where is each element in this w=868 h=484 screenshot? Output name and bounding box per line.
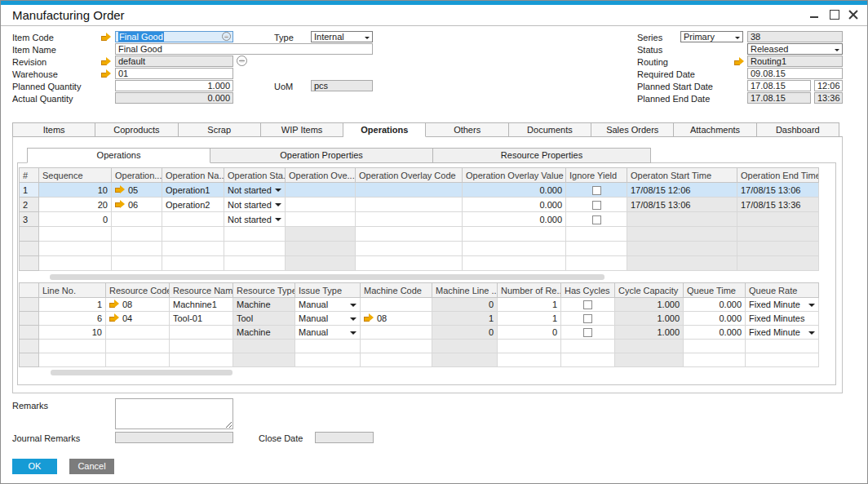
grid-cell[interactable]	[463, 256, 566, 271]
grid-cell[interactable]	[432, 340, 498, 353]
grid-cell[interactable]: Not started	[224, 212, 286, 227]
grid-cell[interactable]	[746, 340, 819, 353]
grid-cell[interactable]: 20	[39, 198, 112, 212]
grid-cell[interactable]	[737, 212, 819, 227]
grid-cell[interactable]: 17/08/15 13:06	[627, 198, 737, 212]
grid-cell[interactable]: Manual	[295, 326, 361, 340]
ok-button[interactable]: OK	[12, 459, 57, 474]
chevron-down-icon[interactable]	[275, 203, 281, 206]
routing-link-arrow-icon[interactable]	[734, 57, 745, 66]
grid-cell[interactable]	[561, 326, 615, 340]
grid-cell[interactable]: 1.000	[615, 298, 684, 312]
warehouse-input[interactable]: 01	[115, 68, 233, 79]
grid-cell[interactable]	[566, 212, 627, 227]
grid-cell[interactable]: Manual	[295, 298, 361, 312]
grid-cell[interactable]: 17/08/15 12:06	[627, 183, 737, 198]
subtab-operations[interactable]: Operations	[27, 148, 210, 163]
tab-sales-orders[interactable]: Sales Orders	[591, 122, 674, 137]
planned-quantity-input[interactable]: 1.000	[115, 80, 233, 91]
remarks-textarea[interactable]	[115, 398, 233, 429]
grid-cell[interactable]	[39, 353, 106, 367]
grid-cell[interactable]	[463, 227, 566, 242]
status-select[interactable]: Released	[747, 43, 843, 55]
grid-cell[interactable]	[498, 353, 561, 367]
item-code-link-arrow-icon[interactable]	[101, 33, 112, 42]
grid-cell[interactable]	[684, 353, 746, 367]
grid-cell[interactable]	[112, 256, 162, 271]
grid-cell[interactable]: 05	[112, 183, 162, 198]
grid-cell[interactable]	[566, 183, 627, 198]
checkbox[interactable]	[583, 300, 592, 309]
grid-cell[interactable]	[286, 212, 356, 227]
required-date-input[interactable]: 09.08.15	[747, 68, 843, 79]
grid-cell[interactable]	[295, 340, 361, 353]
grid-cell[interactable]: 1	[39, 298, 106, 312]
grid-cell[interactable]: Operation1	[162, 183, 224, 198]
grid-cell[interactable]: 10	[39, 326, 106, 340]
grid-cell[interactable]	[361, 298, 432, 312]
grid-cell[interactable]	[627, 256, 737, 271]
item-name-input[interactable]: Final Good	[115, 43, 373, 55]
tab-others[interactable]: Others	[426, 122, 508, 137]
checkbox[interactable]	[583, 328, 592, 337]
grid-cell[interactable]	[170, 340, 233, 353]
grid-cell[interactable]	[684, 340, 746, 353]
type-select[interactable]: Internal	[311, 31, 373, 42]
chevron-down-icon[interactable]	[275, 189, 281, 192]
grid-cell[interactable]	[170, 326, 233, 340]
grid-cell[interactable]	[566, 198, 627, 212]
grid-cell[interactable]	[737, 227, 819, 242]
subtab-operation-properties[interactable]: Operation Properties	[210, 148, 433, 163]
grid-cell[interactable]: 0.000	[684, 326, 746, 340]
tab-coproducts[interactable]: Coproducts	[95, 122, 178, 137]
chevron-down-icon[interactable]	[350, 317, 356, 321]
grid-cell[interactable]: 0	[498, 326, 561, 340]
grid-cell[interactable]	[498, 340, 561, 353]
grid-cell[interactable]	[295, 353, 361, 367]
maximize-icon[interactable]	[829, 10, 839, 19]
planned-start-date-input[interactable]: 17.08.15	[747, 80, 811, 91]
grid-cell[interactable]: 1	[498, 312, 561, 326]
subtab-resource-properties[interactable]: Resource Properties	[433, 148, 651, 163]
grid-cell[interactable]	[106, 340, 170, 353]
grid-cell[interactable]: 0	[432, 298, 498, 312]
grid-cell[interactable]	[561, 340, 615, 353]
grid-cell[interactable]: Fixed Minutes	[746, 312, 819, 326]
tab-dashboard[interactable]: Dashboard	[757, 122, 839, 137]
grid-cell[interactable]	[356, 242, 463, 256]
grid-cell[interactable]	[566, 256, 627, 271]
grid-cell[interactable]: 04	[106, 312, 170, 326]
grid-cell[interactable]	[106, 326, 170, 340]
grid-cell[interactable]: 08	[361, 312, 432, 326]
grid-cell[interactable]	[566, 242, 627, 256]
grid-cell[interactable]	[39, 256, 112, 271]
warehouse-link-arrow-icon[interactable]	[101, 69, 112, 78]
grid-cell[interactable]	[627, 242, 737, 256]
grid-cell[interactable]	[112, 242, 162, 256]
grid-cell[interactable]: 1	[498, 298, 561, 312]
series-select[interactable]: Primary	[680, 31, 743, 42]
grid-cell[interactable]	[39, 242, 112, 256]
grid-cell[interactable]	[356, 212, 463, 227]
grid-cell[interactable]: Machine	[233, 326, 295, 340]
grid-cell[interactable]	[112, 227, 162, 242]
grid-cell[interactable]: 17/08/15 13:36	[737, 198, 819, 212]
grid-cell[interactable]: 17/08/15 13:06	[737, 183, 819, 198]
grid-cell[interactable]	[162, 242, 224, 256]
grid-cell[interactable]	[162, 212, 224, 227]
grid-cell[interactable]	[361, 353, 432, 367]
grid-cell[interactable]: 0	[432, 326, 498, 340]
grid-cell[interactable]	[39, 340, 106, 353]
cancel-button[interactable]: Cancel	[69, 459, 114, 474]
grid-cell[interactable]	[627, 227, 737, 242]
grid-cell[interactable]	[112, 212, 162, 227]
grid-cell[interactable]	[39, 227, 112, 242]
operations-table-hscrollbar[interactable]	[50, 274, 604, 280]
chevron-down-icon[interactable]	[808, 304, 815, 307]
grid-cell[interactable]	[356, 198, 463, 212]
grid-cell[interactable]	[286, 242, 356, 256]
grid-cell[interactable]: 1.000	[615, 326, 684, 340]
grid-cell[interactable]	[561, 353, 615, 367]
tab-attachments[interactable]: Attachments	[674, 122, 756, 137]
grid-cell[interactable]: Fixed Minute	[746, 298, 819, 312]
